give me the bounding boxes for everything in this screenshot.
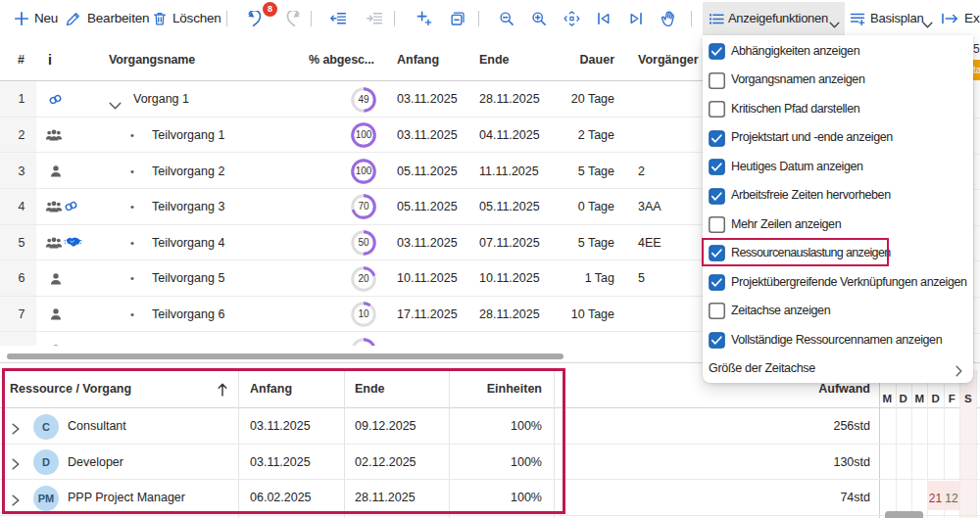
svg-text:70: 70 <box>358 202 369 212</box>
svg-text:20: 20 <box>358 273 369 284</box>
svg-text:10: 10 <box>358 309 369 320</box>
svg-text:50: 50 <box>358 237 369 248</box>
svg-text:100: 100 <box>356 130 372 141</box>
svg-text:100: 100 <box>356 165 372 176</box>
svg-text:49: 49 <box>358 94 369 105</box>
svg-text:30: 30 <box>358 345 369 346</box>
